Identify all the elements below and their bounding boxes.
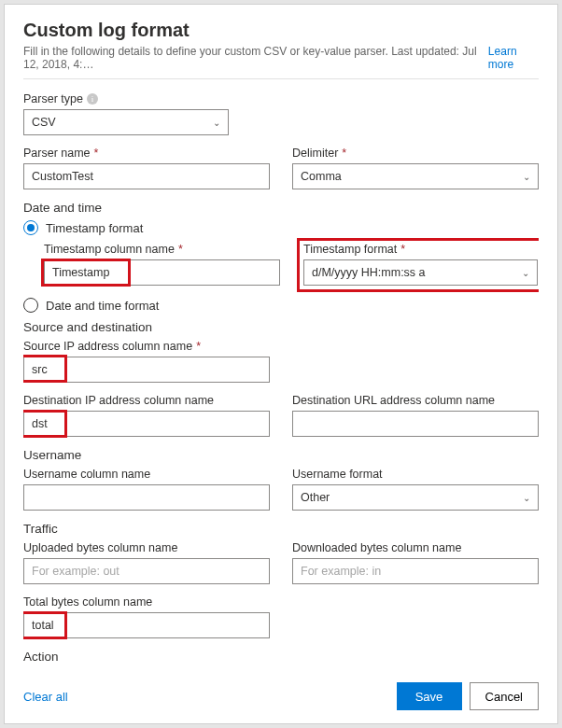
uploaded-input[interactable] — [23, 558, 270, 584]
dst-ip-input[interactable] — [23, 411, 270, 437]
delimiter-label: Delimiter — [292, 147, 338, 160]
radio-date-time-label: Date and time format — [46, 299, 159, 313]
delimiter-select[interactable]: Comma ⌄ — [292, 163, 539, 189]
dst-url-input[interactable] — [292, 411, 539, 437]
dialog-footer: Clear all Save Cancel — [23, 669, 539, 710]
radio-timestamp-label: Timestamp format — [46, 221, 143, 235]
downloaded-input[interactable] — [292, 558, 539, 584]
username-fmt-select[interactable]: Other ⌄ — [292, 484, 539, 511]
chevron-down-icon: ⌄ — [522, 268, 529, 278]
radio-timestamp-format[interactable] — [23, 220, 38, 235]
save-button[interactable]: Save — [397, 682, 462, 710]
ts-format-select[interactable]: d/M/yyyy HH:mm:ss a ⌄ — [303, 259, 538, 286]
downloaded-label: Downloaded bytes column name — [292, 541, 461, 554]
chevron-down-icon: ⌄ — [213, 118, 220, 128]
uploaded-label: Uploaded bytes column name — [23, 541, 177, 554]
src-ip-label: Source IP address column name — [23, 340, 192, 353]
parser-type-select[interactable]: CSV ⌄ — [23, 109, 229, 135]
username-col-input[interactable] — [23, 484, 270, 511]
radio-date-time-format[interactable] — [23, 298, 38, 313]
section-username: Username — [23, 448, 539, 462]
parser-name-label: Parser name — [23, 147, 91, 160]
clear-all-link[interactable]: Clear all — [23, 690, 68, 704]
username-fmt-label: Username format — [292, 468, 383, 481]
src-ip-input[interactable] — [23, 357, 270, 383]
dialog-header: Custom log format Fill in the following … — [23, 20, 539, 92]
chevron-down-icon: ⌄ — [523, 172, 530, 182]
ts-column-label: Timestamp column name — [44, 243, 175, 256]
custom-log-format-dialog: Custom log format Fill in the following … — [4, 4, 558, 724]
info-icon: i — [87, 93, 98, 105]
form-area: Parser type i CSV ⌄ Parser name* Delimit… — [23, 92, 539, 669]
section-traffic: Traffic — [23, 522, 539, 536]
chevron-down-icon: ⌄ — [523, 493, 530, 503]
learn-more-link[interactable]: Learn more — [488, 45, 539, 71]
cancel-button[interactable]: Cancel — [470, 682, 539, 710]
total-bytes-input[interactable] — [23, 612, 270, 638]
page-subtitle: Fill in the following details to define … — [23, 45, 488, 71]
page-title: Custom log format — [23, 20, 539, 41]
ts-column-input[interactable] — [44, 259, 280, 286]
section-action: Action — [23, 650, 539, 664]
ts-format-label: Timestamp format — [303, 243, 397, 256]
total-bytes-label: Total bytes column name — [23, 595, 152, 609]
parser-type-label: Parser type — [23, 92, 83, 105]
username-col-label: Username column name — [23, 468, 150, 481]
section-src-dst: Source and destination — [23, 320, 539, 334]
dst-url-label: Destination URL address column name — [292, 394, 495, 407]
parser-name-input[interactable] — [23, 163, 270, 189]
section-date-time: Date and time — [23, 201, 539, 215]
dst-ip-label: Destination IP address column name — [23, 394, 214, 407]
